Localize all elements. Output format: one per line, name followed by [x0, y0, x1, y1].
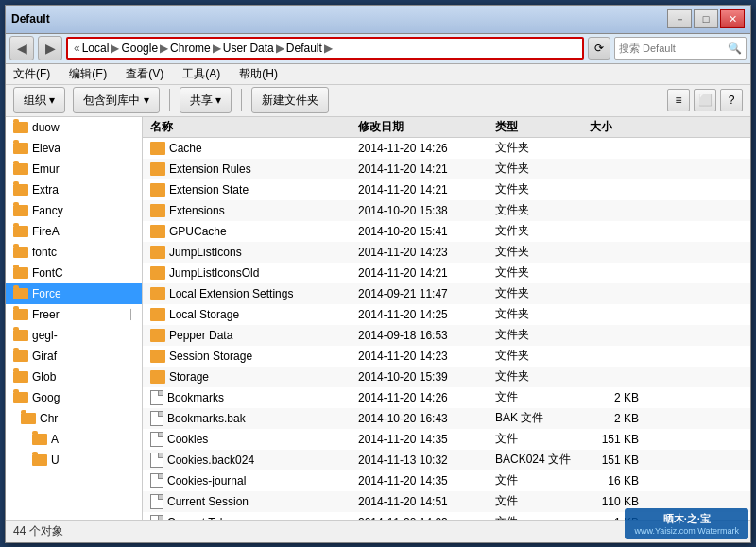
- folder-icon: [150, 204, 165, 217]
- sidebar-item-freer[interactable]: Freer │: [6, 304, 142, 325]
- sidebar-item-fancy[interactable]: Fancy: [6, 200, 142, 221]
- document-icon: [150, 515, 163, 520]
- sidebar-item-emur[interactable]: Emur: [6, 159, 142, 179]
- path-userdata[interactable]: User Data: [223, 42, 274, 55]
- table-row[interactable]: Local Extension Settings 2014-09-21 11:4…: [143, 283, 750, 304]
- menu-tools[interactable]: 工具(A): [180, 66, 222, 82]
- table-row[interactable]: Extension Rules 2014-11-20 14:21 文件夹: [143, 159, 750, 179]
- sidebar-item-extra[interactable]: Extra: [6, 179, 142, 200]
- view-mode-button[interactable]: ≡: [667, 89, 690, 111]
- sidebar-item-label: Goog: [32, 391, 60, 404]
- folder-icon: [150, 370, 165, 384]
- folder-icon: [13, 143, 28, 154]
- search-box[interactable]: 🔍: [614, 37, 747, 60]
- forward-button[interactable]: ▶: [38, 36, 62, 60]
- close-button[interactable]: ✕: [720, 9, 745, 28]
- help-button[interactable]: ?: [720, 89, 743, 111]
- refresh-button[interactable]: ⟳: [588, 37, 610, 60]
- maximize-button[interactable]: □: [694, 9, 718, 28]
- table-row[interactable]: Local Storage 2014-11-20 14:25 文件夹: [143, 304, 750, 325]
- table-row[interactable]: Bookmarks 2014-11-20 14:26 文件 2 KB: [143, 387, 750, 408]
- sidebar-item-label: Glob: [32, 370, 56, 384]
- new-folder-button[interactable]: 新建文件夹: [251, 87, 329, 113]
- folder-icon: [13, 371, 28, 383]
- table-row[interactable]: JumpListIcons 2014-11-20 14:23 文件夹: [143, 242, 750, 263]
- table-row[interactable]: Session Storage 2014-11-20 14:23 文件夹: [143, 346, 750, 367]
- sidebar-item-fontc2[interactable]: FontC: [6, 263, 142, 283]
- document-icon: [150, 473, 163, 488]
- sidebar-item-label: A: [51, 433, 59, 446]
- sidebar-item-fontc[interactable]: fontc: [6, 242, 142, 263]
- col-date-header[interactable]: 修改日期: [354, 119, 491, 135]
- minimize-button[interactable]: －: [667, 9, 692, 28]
- table-row[interactable]: Cookies 2014-11-20 14:35 文件 151 KB: [143, 429, 750, 450]
- main-pane: 名称 修改日期 类型 大小 Cache 2014-11-20 14:26 文件夹…: [143, 117, 750, 520]
- sidebar-item-goog[interactable]: Goog: [6, 387, 142, 408]
- table-row[interactable]: Extensions 2014-10-20 15:38 文件夹: [143, 200, 750, 221]
- organize-button[interactable]: 组织 ▾: [13, 87, 65, 113]
- table-row[interactable]: Cache 2014-11-20 14:26 文件夹: [143, 138, 750, 159]
- sidebar-item-force[interactable]: Force: [6, 283, 142, 304]
- sidebar-item-label: Extra: [32, 183, 59, 197]
- table-row[interactable]: Cookies.back024 2014-11-13 10:32 BACK024…: [143, 450, 750, 470]
- folder-icon: [13, 350, 28, 362]
- path-google[interactable]: Google: [121, 42, 158, 55]
- table-row[interactable]: JumpListIconsOld 2014-11-20 14:21 文件夹: [143, 263, 750, 283]
- sidebar-item-u[interactable]: U: [6, 450, 142, 470]
- folder-icon: [150, 266, 165, 280]
- search-icon: 🔍: [728, 42, 742, 55]
- table-row[interactable]: Extension State 2014-11-20 14:21 文件夹: [143, 179, 750, 200]
- menu-help[interactable]: 帮助(H): [237, 66, 280, 82]
- folder-icon: [13, 205, 28, 216]
- content-area: duow Eleva Emur Extra Fancy FireA: [6, 117, 750, 520]
- path-chrome[interactable]: Chrome: [170, 42, 211, 55]
- folder-icon: [13, 184, 28, 196]
- path-local[interactable]: Local: [82, 42, 110, 55]
- table-row[interactable]: GPUCache 2014-10-20 15:41 文件夹: [143, 221, 750, 242]
- sidebar-item-eleva[interactable]: Eleva: [6, 138, 142, 159]
- sidebar: duow Eleva Emur Extra Fancy FireA: [6, 117, 143, 520]
- share-button[interactable]: 共享 ▾: [180, 87, 232, 113]
- sidebar-item-giraf[interactable]: Giraf: [6, 346, 142, 367]
- folder-icon: [13, 163, 28, 175]
- folder-icon: [32, 454, 47, 466]
- file-list: Cache 2014-11-20 14:26 文件夹 Extension Rul…: [143, 138, 750, 520]
- sidebar-item-chr[interactable]: Chr: [6, 408, 142, 429]
- col-type-header[interactable]: 类型: [491, 119, 586, 135]
- back-button[interactable]: ◀: [9, 36, 34, 60]
- sidebar-item-gegl[interactable]: gegl-: [6, 325, 142, 346]
- folder-icon: [150, 246, 165, 259]
- sidebar-item-label: Fancy: [32, 204, 63, 217]
- sidebar-item-a[interactable]: A: [6, 429, 142, 450]
- table-row[interactable]: Bookmarks.bak 2014-10-20 16:43 BAK 文件 2 …: [143, 408, 750, 429]
- document-icon: [150, 390, 163, 405]
- folder-icon: [150, 162, 165, 176]
- menu-file[interactable]: 文件(F): [11, 66, 52, 82]
- folder-icon: [13, 122, 28, 133]
- sidebar-item-firea[interactable]: FireA: [6, 221, 142, 242]
- path-sep: «: [74, 42, 80, 55]
- sidebar-item-glob[interactable]: Glob: [6, 367, 142, 387]
- sidebar-item-label: fontc: [32, 246, 57, 259]
- sidebar-item-duow[interactable]: duow: [6, 117, 142, 138]
- folder-icon: [32, 434, 47, 445]
- folder-icon: [13, 267, 28, 279]
- folder-icon: [21, 413, 36, 424]
- col-name-header[interactable]: 名称: [146, 119, 354, 135]
- table-row[interactable]: Cookies-journal 2014-11-20 14:35 文件 16 K…: [143, 470, 750, 491]
- toolbar-divider: [169, 89, 170, 111]
- search-input[interactable]: [619, 43, 724, 54]
- pane-toggle-button[interactable]: ⬜: [694, 89, 716, 111]
- col-size-header[interactable]: 大小: [586, 119, 643, 135]
- menu-bar: 文件(F) 编辑(E) 查看(V) 工具(A) 帮助(H): [6, 64, 750, 85]
- address-box[interactable]: « Local ▶ Google ▶ Chrome ▶ User Data ▶ …: [66, 37, 584, 60]
- sidebar-item-label: Giraf: [32, 350, 57, 363]
- document-icon: [150, 411, 163, 426]
- path-default[interactable]: Default: [286, 42, 322, 55]
- menu-view[interactable]: 查看(V): [124, 66, 165, 82]
- toolbar-right: ≡ ⬜ ?: [667, 89, 743, 111]
- menu-edit[interactable]: 编辑(E): [67, 66, 109, 82]
- table-row[interactable]: Storage 2014-10-20 15:39 文件夹: [143, 367, 750, 387]
- table-row[interactable]: Pepper Data 2014-09-18 16:53 文件夹: [143, 325, 750, 346]
- include-button[interactable]: 包含到库中 ▾: [73, 87, 159, 113]
